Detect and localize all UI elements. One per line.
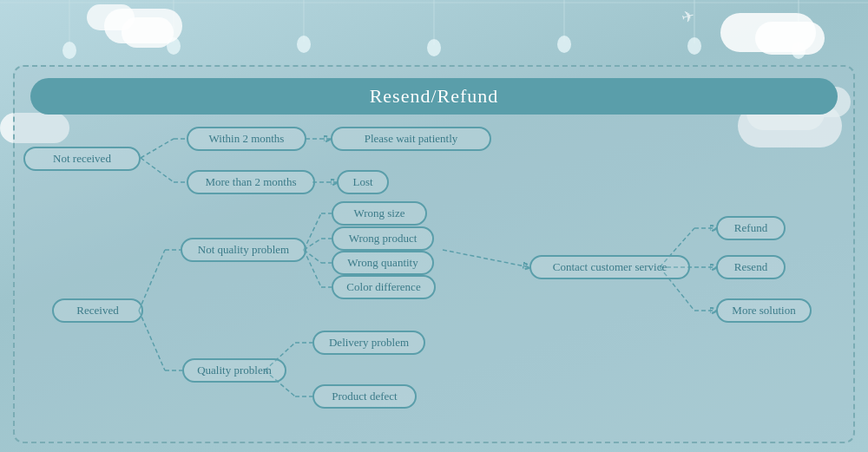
not-quality-node: Not quality problem xyxy=(181,238,306,262)
wrong-product-node: Wrong product xyxy=(332,226,434,251)
more-than-2-months-node: More than 2 months xyxy=(187,170,315,194)
product-defect-node: Product defect xyxy=(312,384,417,409)
contact-customer-node: Contact customer service xyxy=(529,255,690,279)
refund-node: Refund xyxy=(716,216,786,240)
wrong-quantity-node: Wrong quantity xyxy=(332,251,434,275)
cloud-1c xyxy=(87,4,135,30)
lost-node: Lost xyxy=(337,170,389,194)
quality-problem-node: Quality problem xyxy=(182,358,286,383)
outer-border xyxy=(13,65,855,443)
cloud-2b xyxy=(755,22,825,55)
delivery-problem-node: Delivery problem xyxy=(312,331,425,355)
header-bar: Resend/Refund xyxy=(30,78,838,115)
wrong-size-node: Wrong size xyxy=(332,201,427,226)
received-node: Received xyxy=(52,298,143,323)
not-received-node: Not received xyxy=(23,147,141,171)
within-2-months-node: Within 2 months xyxy=(187,127,306,151)
color-difference-node: Color difference xyxy=(332,275,436,299)
header-title: Resend/Refund xyxy=(370,85,499,108)
resend-node: Resend xyxy=(716,255,786,279)
please-wait-node: Please wait patiently xyxy=(331,127,491,151)
more-solution-node: More solution xyxy=(716,298,812,323)
